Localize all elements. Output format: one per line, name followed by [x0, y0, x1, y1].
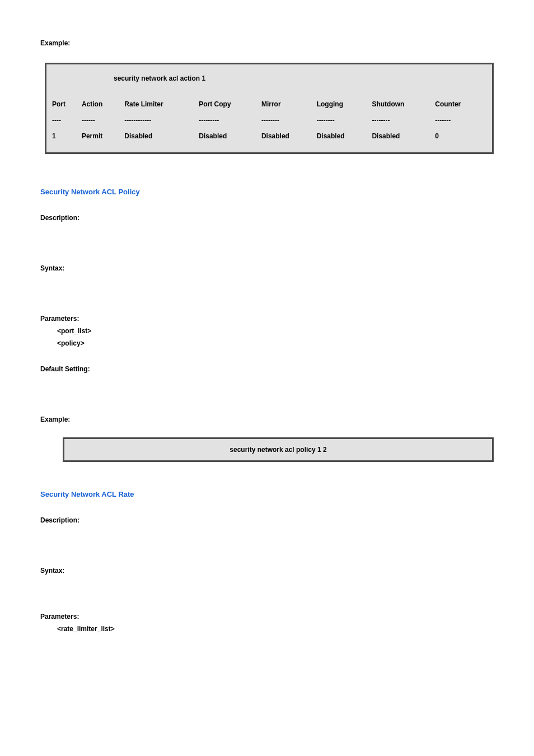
cell-mirror: Disabled: [261, 128, 317, 144]
rate-syntax-label: Syntax:: [40, 567, 494, 575]
param-port-list: <port_list>: [57, 327, 494, 335]
cell-port: 1: [52, 128, 82, 144]
page-content: Example: security network acl action 1 P…: [0, 0, 534, 660]
th-port: Port: [52, 96, 82, 113]
dash-cell: --------: [261, 113, 317, 129]
rate-description-label: Description:: [40, 516, 494, 524]
th-counter: Counter: [435, 96, 486, 113]
cell-counter: 0: [435, 128, 486, 144]
rate-params: <rate_limiter_list>: [40, 625, 494, 633]
th-action: Action: [82, 96, 124, 113]
table-dash-row: ---- ------ ------------ --------- -----…: [52, 113, 486, 129]
dash-cell: --------: [317, 113, 372, 129]
policy-params: <port_list> <policy>: [40, 327, 494, 347]
policy-parameters-label: Parameters:: [40, 315, 494, 323]
dash-cell: -------: [435, 113, 486, 129]
dash-cell: ------: [82, 113, 124, 129]
table-header-row: Port Action Rate Limiter Port Copy Mirro…: [52, 96, 486, 113]
policy-default-label: Default Setting:: [40, 365, 494, 373]
th-rate-limiter: Rate Limiter: [124, 96, 199, 113]
dash-cell: ------------: [124, 113, 199, 129]
table-row: 1 Permit Disabled Disabled Disabled Disa…: [52, 128, 486, 144]
dash-cell: ---------: [199, 113, 261, 129]
codebox-policy: security network acl policy 1 2: [63, 437, 494, 462]
cell-port-copy: Disabled: [199, 128, 261, 144]
param-policy: <policy>: [57, 339, 494, 347]
section-title-rate: Security Network ACL Rate: [40, 490, 494, 498]
th-port-copy: Port Copy: [199, 96, 261, 113]
codebox-action-prompt: security network acl action 1: [52, 72, 486, 85]
dash-cell: --------: [372, 113, 435, 129]
codebox-action: security network acl action 1 Port Actio…: [45, 63, 494, 154]
section-title-policy: Security Network ACL Policy: [40, 188, 494, 196]
policy-example-label: Example:: [40, 416, 494, 423]
th-mirror: Mirror: [261, 96, 317, 113]
cell-rate-limiter: Disabled: [124, 128, 199, 144]
example1-label: Example:: [40, 39, 494, 47]
cell-logging: Disabled: [317, 128, 372, 144]
cell-action: Permit: [82, 128, 124, 144]
dash-cell: ----: [52, 113, 82, 129]
param-rate-limiter-list: <rate_limiter_list>: [57, 625, 494, 633]
action-table: Port Action Rate Limiter Port Copy Mirro…: [52, 96, 486, 144]
rate-parameters-label: Parameters:: [40, 613, 494, 620]
th-shutdown: Shutdown: [372, 96, 435, 113]
th-logging: Logging: [317, 96, 372, 113]
cell-shutdown: Disabled: [372, 128, 435, 144]
policy-description-label: Description:: [40, 214, 494, 222]
policy-syntax-label: Syntax:: [40, 264, 494, 272]
